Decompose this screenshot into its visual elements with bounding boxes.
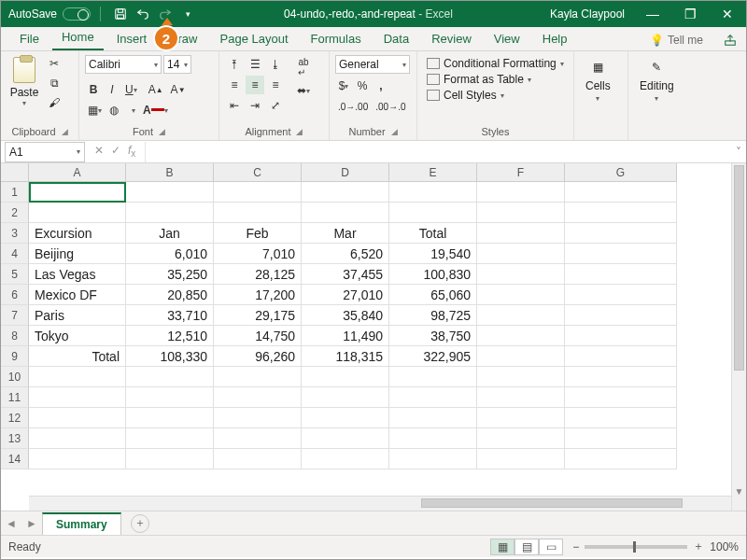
cell-B12[interactable] — [126, 408, 214, 428]
italic-button[interactable]: I — [104, 81, 120, 98]
cell-C7[interactable]: 29,175 — [214, 305, 302, 326]
cell-C14[interactable] — [214, 449, 302, 469]
cell-G10[interactable] — [565, 367, 677, 387]
zoom-slider[interactable] — [585, 545, 687, 549]
tab-review[interactable]: Review — [422, 29, 481, 50]
cell-E1[interactable] — [389, 182, 477, 203]
formula-input[interactable] — [145, 142, 731, 162]
cell-F11[interactable] — [477, 387, 565, 408]
copy-button[interactable]: ⧉ — [46, 75, 63, 91]
cell-styles-button[interactable]: Cell Styles▾ — [427, 89, 564, 102]
decrease-indent-button[interactable]: ⇤ — [225, 96, 244, 115]
cell-A9[interactable]: Total — [29, 346, 126, 367]
view-page-break-button[interactable]: ▭ — [539, 539, 563, 555]
decrease-font-button[interactable]: A▼ — [168, 81, 189, 98]
tab-view[interactable]: View — [485, 29, 529, 50]
save-icon[interactable] — [112, 6, 129, 22]
cell-E2[interactable] — [389, 203, 477, 223]
cells-button[interactable]: ▦Cells▾ — [580, 55, 616, 105]
align-center-button[interactable]: ≡ — [246, 76, 264, 94]
cell-F12[interactable] — [477, 408, 565, 428]
cell-F3[interactable] — [477, 223, 565, 244]
row-header-4[interactable]: 4 — [1, 244, 29, 264]
cell-D10[interactable] — [302, 367, 389, 387]
cell-A13[interactable] — [29, 428, 126, 449]
format-as-table-button[interactable]: Format as Table▾ — [427, 73, 564, 86]
cell-A8[interactable]: Tokyo — [29, 326, 126, 346]
cell-G11[interactable] — [565, 387, 677, 408]
autosave-toggle[interactable] — [63, 7, 91, 21]
cell-E7[interactable]: 98,725 — [389, 305, 477, 326]
align-top-button[interactable]: ⭱ — [225, 55, 244, 74]
cell-E4[interactable]: 19,540 — [389, 244, 477, 264]
row-header-14[interactable]: 14 — [1, 449, 29, 469]
cell-B11[interactable] — [126, 387, 214, 408]
editing-button[interactable]: ✎Editing▾ — [634, 55, 680, 105]
cell-F7[interactable] — [477, 305, 565, 326]
cell-E11[interactable] — [389, 387, 477, 408]
cell-C10[interactable] — [214, 367, 302, 387]
sheet-nav-prev[interactable]: ◄ — [1, 517, 21, 530]
cell-D4[interactable]: 6,520 — [302, 244, 389, 264]
cell-C4[interactable]: 7,010 — [214, 244, 302, 264]
format-painter-button[interactable]: 🖌 — [46, 94, 63, 111]
cell-G14[interactable] — [565, 449, 677, 469]
row-header-9[interactable]: 9 — [1, 346, 29, 367]
cell-B5[interactable]: 35,250 — [126, 264, 214, 285]
enter-formula-icon[interactable]: ✓ — [111, 144, 120, 159]
cell-B1[interactable] — [126, 182, 214, 203]
minimize-button[interactable]: ― — [634, 1, 671, 27]
decrease-decimal-button[interactable]: .00→.0 — [373, 98, 408, 115]
cell-G3[interactable] — [565, 223, 677, 244]
dialog-launcher-icon[interactable]: ◢ — [58, 127, 68, 136]
underline-button[interactable]: U▾ — [122, 81, 140, 98]
increase-font-button[interactable]: A▲ — [146, 81, 166, 98]
close-button[interactable]: ✕ — [709, 1, 746, 27]
cell-B7[interactable]: 33,710 — [126, 305, 214, 326]
cell-E9[interactable]: 322,905 — [389, 346, 477, 367]
cell-F1[interactable] — [477, 182, 565, 203]
cell-C6[interactable]: 17,200 — [214, 285, 302, 305]
cell-F6[interactable] — [477, 285, 565, 305]
wrap-text-button[interactable]: ab↵ — [294, 55, 313, 79]
cell-D8[interactable]: 11,490 — [302, 326, 389, 346]
cell-D13[interactable] — [302, 428, 389, 449]
cell-C11[interactable] — [214, 387, 302, 408]
cell-E14[interactable] — [389, 449, 477, 469]
bold-button[interactable]: B — [85, 81, 102, 98]
cell-G13[interactable] — [565, 428, 677, 449]
increase-indent-button[interactable]: ⇥ — [246, 96, 264, 115]
cell-B8[interactable]: 12,510 — [126, 326, 214, 346]
cell-C2[interactable] — [214, 203, 302, 223]
number-format-select[interactable]: General▾ — [335, 55, 410, 74]
cell-D14[interactable] — [302, 449, 389, 469]
chevron-down-icon[interactable]: ▾ — [22, 99, 26, 107]
cell-D6[interactable]: 27,010 — [302, 285, 389, 305]
cell-E12[interactable] — [389, 408, 477, 428]
cell-C12[interactable] — [214, 408, 302, 428]
cell-A12[interactable] — [29, 408, 126, 428]
cell-B14[interactable] — [126, 449, 214, 469]
cell-C8[interactable]: 14,750 — [214, 326, 302, 346]
cell-G8[interactable] — [565, 326, 677, 346]
align-bottom-button[interactable]: ⭳ — [266, 55, 285, 74]
increase-decimal-button[interactable]: .0→.00 — [335, 98, 371, 115]
qat-customize-icon[interactable]: ▾ — [179, 6, 196, 22]
dialog-launcher-icon[interactable]: ◢ — [155, 127, 165, 136]
column-header-F[interactable]: F — [477, 163, 565, 182]
tab-data[interactable]: Data — [374, 29, 418, 50]
cell-E8[interactable]: 38,750 — [389, 326, 477, 346]
undo-icon[interactable] — [134, 6, 151, 22]
cell-C13[interactable] — [214, 428, 302, 449]
borders-button[interactable]: ▦▾ — [85, 102, 105, 119]
cell-E6[interactable]: 65,060 — [389, 285, 477, 305]
maximize-button[interactable]: ❐ — [671, 1, 709, 27]
cell-F4[interactable] — [477, 244, 565, 264]
conditional-formatting-button[interactable]: Conditional Formatting▾ — [427, 57, 564, 70]
row-header-1[interactable]: 1 — [1, 182, 29, 203]
tell-me[interactable]: 💡Tell me — [642, 34, 711, 50]
row-header-7[interactable]: 7 — [1, 305, 29, 326]
cell-F2[interactable] — [477, 203, 565, 223]
cell-B6[interactable]: 20,850 — [126, 285, 214, 305]
cell-B13[interactable] — [126, 428, 214, 449]
